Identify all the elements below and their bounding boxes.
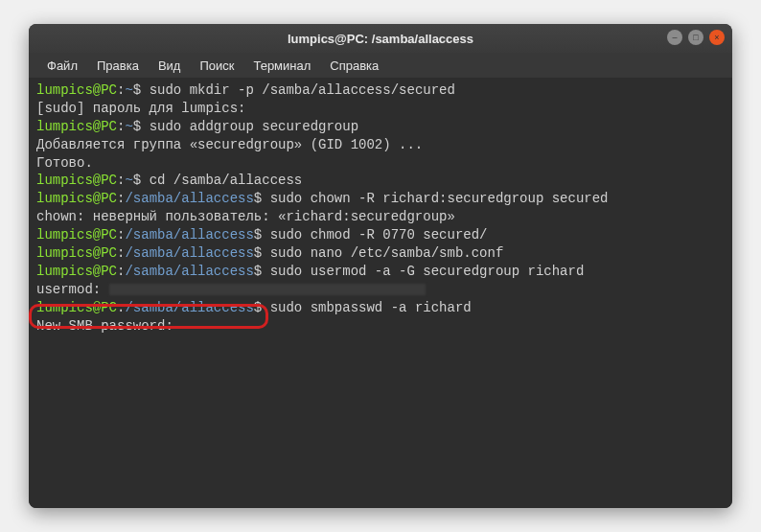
prompt-dollar: $ bbox=[133, 173, 141, 188]
menu-file[interactable]: Файл bbox=[38, 56, 86, 76]
terminal-output: Добавляется группа «securedgroup» (GID 1… bbox=[36, 136, 725, 154]
terminal-line: lumpics@PC:/samba/allaccess$ sudo smbpas… bbox=[36, 299, 725, 317]
prompt-user: lumpics@PC bbox=[36, 82, 117, 98]
command-text: sudo mkdir -p /samba/allaccess/secured bbox=[141, 82, 455, 98]
prompt-user: lumpics@PC bbox=[36, 300, 117, 315]
window-title: lumpics@PC: /samba/allaccess bbox=[288, 32, 473, 46]
terminal-body[interactable]: lumpics@PC:~$ sudo mkdir -p /samba/allac… bbox=[29, 78, 732, 508]
prompt-path: ~ bbox=[125, 173, 132, 188]
prompt-path: ~ bbox=[125, 82, 132, 98]
prompt-path: /samba/allaccess bbox=[125, 191, 253, 206]
redacted-content bbox=[109, 284, 426, 295]
minimize-button[interactable]: – bbox=[667, 30, 682, 45]
command-text: sudo addgroup securedgroup bbox=[141, 119, 358, 134]
menu-terminal[interactable]: Терминал bbox=[244, 56, 319, 76]
prompt-dollar: $ bbox=[254, 300, 262, 315]
menu-search[interactable]: Поиск bbox=[191, 56, 242, 76]
command-text: sudo chown -R richard:securedgroup secur… bbox=[262, 191, 608, 206]
menu-edit[interactable]: Правка bbox=[88, 56, 148, 76]
terminal-output: chown: неверный пользователь: «richard:s… bbox=[36, 208, 725, 226]
command-text: sudo chmod -R 0770 secured/ bbox=[262, 227, 487, 243]
terminal-line: lumpics@PC:~$ sudo addgroup securedgroup bbox=[36, 118, 725, 136]
menu-view[interactable]: Вид bbox=[150, 56, 190, 76]
menubar: Файл Правка Вид Поиск Терминал Справка bbox=[29, 53, 732, 78]
close-button[interactable]: × bbox=[709, 30, 725, 45]
terminal-line: lumpics@PC:/samba/allaccess$ sudo chmod … bbox=[36, 226, 725, 244]
terminal-output: New SMB password: bbox=[36, 317, 725, 335]
output-prefix: usermod: bbox=[36, 282, 109, 297]
prompt-dollar: $ bbox=[133, 119, 141, 134]
prompt-dollar: $ bbox=[133, 82, 141, 98]
menu-help[interactable]: Справка bbox=[321, 56, 387, 76]
prompt-path: /samba/allaccess bbox=[125, 227, 253, 243]
prompt-user: lumpics@PC bbox=[36, 227, 117, 243]
window-controls: – □ × bbox=[667, 30, 725, 45]
prompt-path: /samba/allaccess bbox=[125, 264, 253, 279]
prompt-path: /samba/allaccess bbox=[125, 300, 253, 315]
terminal-line: lumpics@PC:/samba/allaccess$ sudo chown … bbox=[36, 190, 725, 208]
command-text: sudo usermod -a -G securedgroup richard bbox=[262, 264, 584, 279]
terminal-line: lumpics@PC:~$ cd /samba/allaccess bbox=[36, 172, 725, 190]
command-text: sudo smbpasswd -a richard bbox=[262, 300, 471, 315]
terminal-line: lumpics@PC:/samba/allaccess$ sudo usermo… bbox=[36, 263, 725, 281]
prompt-path: ~ bbox=[125, 119, 132, 134]
terminal-output: usermod: bbox=[36, 281, 725, 299]
prompt-user: lumpics@PC bbox=[36, 245, 117, 261]
terminal-window: lumpics@PC: /samba/allaccess – □ × Файл … bbox=[29, 24, 732, 508]
maximize-button[interactable]: □ bbox=[688, 30, 703, 45]
terminal-output: [sudo] пароль для lumpics: bbox=[36, 100, 725, 118]
prompt-user: lumpics@PC bbox=[36, 264, 117, 279]
terminal-line: lumpics@PC:/samba/allaccess$ sudo nano /… bbox=[36, 244, 725, 263]
prompt-dollar: $ bbox=[254, 191, 262, 206]
prompt-dollar: $ bbox=[254, 264, 262, 279]
prompt-user: lumpics@PC bbox=[36, 191, 117, 206]
prompt-dollar: $ bbox=[254, 245, 262, 261]
prompt-path: /samba/allaccess bbox=[125, 245, 253, 261]
prompt-dollar: $ bbox=[254, 227, 262, 243]
titlebar: lumpics@PC: /samba/allaccess – □ × bbox=[29, 24, 732, 53]
command-text: cd /samba/allaccess bbox=[141, 173, 302, 188]
terminal-output: Готово. bbox=[36, 154, 725, 173]
command-text: sudo nano /etc/samba/smb.conf bbox=[262, 245, 503, 261]
terminal-line: lumpics@PC:~$ sudo mkdir -p /samba/allac… bbox=[36, 81, 725, 100]
prompt-user: lumpics@PC bbox=[36, 173, 117, 188]
prompt-user: lumpics@PC bbox=[36, 119, 117, 134]
